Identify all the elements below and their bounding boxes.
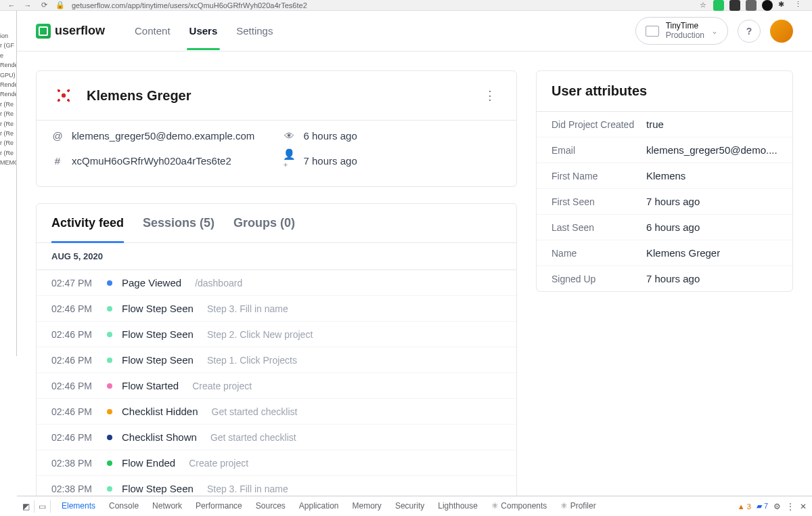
attribute-key: Signed Up [551, 274, 646, 284]
eye-icon: 👁 [284, 130, 296, 142]
attribute-value: 7 hours ago [646, 273, 700, 284]
attribute-value: true [646, 119, 664, 130]
ext-icon[interactable] [762, 0, 773, 11]
event-dot-icon [107, 435, 112, 440]
feed-list: 02:47 PMPage Viewed/dashboard02:46 PMFlo… [37, 270, 516, 496]
feed-time: 02:46 PM [51, 406, 97, 417]
extensions-menu-icon[interactable]: ✱ [778, 0, 789, 11]
feed-event: Checklist Hidden [122, 406, 198, 417]
feed-row[interactable]: 02:46 PMFlow Step SeenStep 3. Fill in na… [37, 296, 516, 322]
attribute-key: Did Project Created [551, 119, 646, 130]
ext-icon[interactable] [729, 0, 740, 11]
event-dot-icon [107, 486, 112, 492]
org-icon [646, 26, 659, 37]
feed-event: Flow Step Seen [122, 483, 194, 494]
star-icon[interactable]: ☆ [700, 1, 706, 9]
feed-row[interactable]: 02:46 PMFlow Step SeenStep 1. Click Proj… [37, 347, 516, 373]
help-button[interactable]: ? [738, 20, 761, 43]
feed-row[interactable]: 02:47 PMPage Viewed/dashboard [37, 270, 516, 296]
attribute-value: Klemens [646, 170, 685, 181]
address-bar[interactable]: getuserflow.com/app/tinytime/users/xcQmu… [72, 1, 693, 9]
nav-tab-settings[interactable]: Settings [236, 12, 273, 50]
attribute-key: Last Seen [551, 222, 646, 233]
feed-detail: /dashboard [195, 278, 242, 288]
attributes-title: User attributes [537, 71, 792, 112]
org-name: TinyTime [666, 22, 704, 30]
feed-detail: Step 3. Fill in name [207, 483, 288, 494]
devtools-tab[interactable]: Lighthouse [431, 496, 484, 517]
feed-detail: Create project [189, 458, 248, 469]
event-dot-icon [107, 460, 112, 466]
attribute-row: Emailklemens_greger50@demo.... [537, 137, 792, 163]
org-switcher[interactable]: TinyTime Production ⌄ [635, 17, 728, 44]
feed-row[interactable]: 02:38 PMFlow Step SeenStep 3. Fill in na… [37, 476, 516, 496]
feed-detail: Step 3. Fill in name [207, 303, 288, 314]
attribute-value: klemens_greger50@demo.... [646, 144, 777, 156]
app-header: userflow ContentUsersSettings TinyTime P… [17, 11, 812, 51]
warnings-badge[interactable]: ▲ 3 [738, 502, 751, 511]
device-icon[interactable]: ▭ [39, 500, 51, 513]
browser-chrome: ← → ⟳ 🔒 getuserflow.com/app/tinytime/use… [0, 0, 812, 11]
feed-time: 02:46 PM [51, 381, 97, 391]
detail-tab[interactable]: Groups (0) [233, 204, 295, 242]
event-dot-icon [107, 358, 112, 363]
ext-icon[interactable] [746, 0, 757, 11]
feed-row[interactable]: 02:46 PMChecklist HiddenGet started chec… [37, 399, 516, 425]
nav-tab-content[interactable]: Content [135, 12, 171, 50]
feed-row[interactable]: 02:46 PMFlow StartedCreate project [37, 373, 516, 399]
feed-event: Flow Step Seen [122, 328, 194, 340]
user-name: Klemens Greger [87, 88, 191, 104]
devtools-tab[interactable]: Security [388, 496, 431, 517]
attribute-value: 6 hours ago [646, 221, 700, 233]
detail-tabs: Activity feedSessions (5)Groups (0) [37, 204, 516, 243]
logo[interactable]: userflow [36, 24, 105, 39]
more-menu-button[interactable]: ⋮ [478, 85, 501, 106]
inspect-icon[interactable]: ◩ [22, 500, 35, 513]
settings-icon[interactable]: ⚙ [773, 502, 781, 511]
attribute-key: Email [551, 145, 646, 156]
event-dot-icon [107, 306, 112, 311]
attribute-value: Klemens Greger [646, 247, 720, 259]
feed-detail: Step 1. Click Projects [207, 355, 297, 366]
user-last-seen: 👁 6 hours ago [284, 130, 502, 142]
hash-icon: # [51, 155, 64, 167]
forward-icon[interactable]: → [23, 1, 32, 10]
browser-menu-icon[interactable]: ⋮ [794, 0, 805, 11]
chevron-down-icon: ⌄ [711, 26, 718, 36]
feed-time: 02:46 PM [51, 355, 97, 366]
feed-event: Flow Started [122, 380, 179, 391]
detail-tab[interactable]: Activity feed [51, 204, 124, 242]
lock-icon: 🔒 [55, 1, 65, 9]
devtools-tab[interactable]: Application [292, 496, 346, 517]
left-devtools-sliver: ionr (GFeRendeGPU)RendeRender (Rer (Rer … [0, 11, 17, 356]
feed-event: Page Viewed [122, 277, 181, 288]
devtools-tab[interactable]: Console [102, 496, 145, 517]
devtools-tab[interactable]: Elements [55, 496, 102, 517]
feed-date-header: AUG 5, 2020 [37, 243, 516, 270]
activity-card: Activity feedSessions (5)Groups (0) AUG … [36, 203, 517, 496]
devtools-menu-icon[interactable]: ⋮ [786, 502, 794, 511]
user-avatar[interactable] [770, 20, 793, 43]
nav-tab-users[interactable]: Users [189, 12, 218, 50]
feed-time: 02:46 PM [51, 303, 97, 314]
feed-row[interactable]: 02:46 PMChecklist ShownGet started check… [37, 425, 516, 450]
reload-icon[interactable]: ⟳ [39, 1, 49, 10]
feed-detail: Step 2. Click New project [207, 329, 313, 340]
devtools-tab[interactable]: ⚛ Profiler [554, 496, 602, 517]
user-id: # xcQmuH6oGRfrWyh020a4rTes6te2 [51, 148, 270, 173]
feed-row[interactable]: 02:46 PMFlow Step SeenStep 2. Click New … [37, 322, 516, 347]
devtools-tab[interactable]: Memory [346, 496, 388, 517]
ext-icon[interactable] [713, 0, 724, 11]
devtools-tab[interactable]: Network [145, 496, 189, 517]
devtools-tab[interactable]: Performance [189, 496, 249, 517]
user-signed-up: 👤⁺ 7 hours ago [284, 148, 502, 173]
logo-mark-icon [36, 24, 51, 39]
messages-badge[interactable]: ▰ 7 [757, 502, 768, 511]
devtools-tab[interactable]: Sources [249, 496, 292, 517]
main-nav: ContentUsersSettings [135, 12, 273, 50]
detail-tab[interactable]: Sessions (5) [143, 204, 215, 242]
devtools-tab[interactable]: ⚛ Components [484, 496, 554, 517]
feed-row[interactable]: 02:38 PMFlow EndedCreate project [37, 450, 516, 476]
close-devtools-icon[interactable]: ✕ [800, 502, 807, 511]
back-icon[interactable]: ← [7, 1, 16, 10]
